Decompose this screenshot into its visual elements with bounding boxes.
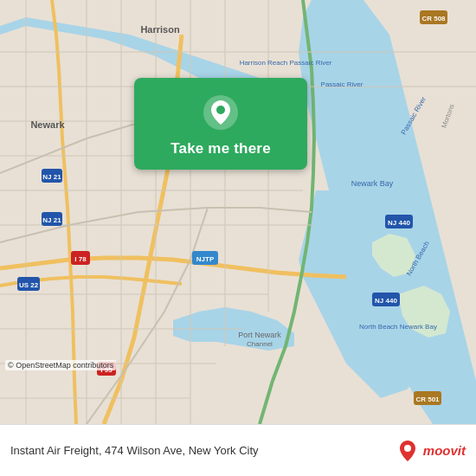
svg-text:North Beach Newark Bay: North Beach Newark Bay: [359, 323, 437, 331]
svg-text:NJTP: NJTP: [196, 255, 215, 263]
svg-text:Passaic River: Passaic River: [321, 80, 363, 88]
bottom-bar: Instant Air Freight, 474 Wilson Ave, New…: [0, 424, 476, 476]
svg-text:NJ 21: NJ 21: [42, 216, 61, 224]
svg-text:NJ 440: NJ 440: [388, 219, 410, 227]
take-me-there-label: Take me there: [170, 140, 271, 158]
map-container: NJ 21 NJ 21 US 22 I 78 I 95 NJTP NJ 440 …: [0, 0, 476, 424]
moovit-text: moovit: [423, 443, 466, 458]
moovit-icon: [396, 439, 420, 463]
svg-text:NJ 21: NJ 21: [42, 173, 61, 181]
location-pin-icon: [202, 93, 240, 132]
svg-text:I 78: I 78: [74, 255, 87, 263]
map-attribution: © OpenStreetMap contributors: [5, 360, 116, 370]
address-text: Instant Air Freight, 474 Wilson Ave, New…: [10, 444, 387, 457]
moovit-logo: moovit: [396, 439, 466, 463]
svg-text:Channel: Channel: [247, 340, 273, 348]
svg-text:CR 501: CR 501: [415, 396, 440, 403]
svg-text:Newark Bay: Newark Bay: [351, 179, 394, 188]
svg-text:CR 508: CR 508: [421, 15, 446, 23]
svg-text:Port Newark: Port Newark: [238, 331, 281, 339]
svg-text:Harrison: Harrison: [140, 24, 180, 35]
svg-point-40: [404, 445, 411, 452]
svg-point-39: [216, 106, 225, 114]
svg-text:Newark: Newark: [30, 119, 65, 130]
svg-text:Harrison Reach Passaic River: Harrison Reach Passaic River: [240, 59, 332, 67]
svg-text:NJ 440: NJ 440: [375, 297, 397, 305]
svg-text:US 22: US 22: [19, 281, 39, 289]
take-me-there-button[interactable]: Take me there: [134, 78, 307, 170]
